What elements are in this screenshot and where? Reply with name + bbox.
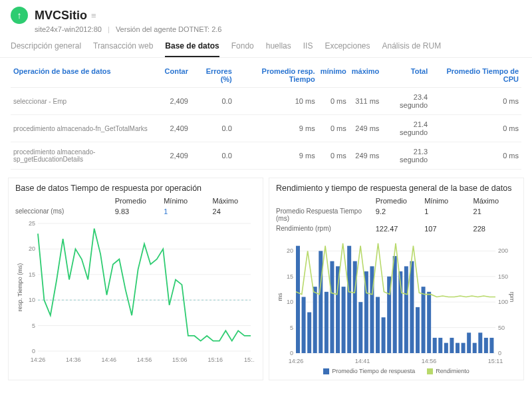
svg-rect-44 xyxy=(342,287,346,353)
svg-rect-64 xyxy=(456,343,460,353)
svg-text:5: 5 xyxy=(32,323,35,329)
svg-rect-57 xyxy=(416,307,420,353)
chart-title: Rendimiento y tiempo de respuesta genera… xyxy=(276,184,517,193)
svg-rect-42 xyxy=(330,261,334,353)
svg-rect-68 xyxy=(478,332,482,353)
svg-text:150: 150 xyxy=(498,273,508,280)
col-max[interactable]: máximo xyxy=(349,63,382,88)
chart-response-by-operation: Base de datos Tiempo de respuesta por op… xyxy=(8,178,263,380)
tab-base-de-datos[interactable]: Base de datos xyxy=(165,41,219,57)
svg-rect-36 xyxy=(296,246,300,353)
svg-text:10: 10 xyxy=(29,297,35,303)
tab-fondo[interactable]: Fondo xyxy=(231,41,254,57)
col-errors[interactable]: Errores (%) xyxy=(191,63,235,88)
svg-text:15: 15 xyxy=(29,271,35,278)
svg-rect-60 xyxy=(433,338,437,353)
svg-text:25: 25 xyxy=(29,220,35,227)
status-up-icon: ↑ xyxy=(11,7,28,24)
svg-text:0: 0 xyxy=(290,350,293,356)
svg-rect-62 xyxy=(444,343,448,353)
svg-rect-41 xyxy=(325,292,329,353)
col-total[interactable]: Total xyxy=(382,63,430,88)
svg-rect-55 xyxy=(404,266,408,353)
tab-transacción-web[interactable]: Transacción web xyxy=(93,41,153,57)
svg-text:14:36: 14:36 xyxy=(66,356,81,363)
subtitle: site24x7-win2012:80 | Versión del agente… xyxy=(35,25,521,33)
legend: Promedio Tiempo de respuesta Rendimiento xyxy=(276,368,517,374)
svg-rect-66 xyxy=(467,332,471,353)
hamburger-icon[interactable]: ≡ xyxy=(91,11,96,21)
svg-text:14:26: 14:26 xyxy=(31,356,46,363)
svg-text:resp. Tiempo (ms): resp. Tiempo (ms) xyxy=(17,263,23,312)
line-chart: 051015202514:2614:3614:4614:5615:0615:16… xyxy=(15,219,255,366)
svg-text:50: 50 xyxy=(498,325,505,331)
svg-text:14:56: 14:56 xyxy=(422,358,437,364)
chart-title: Base de datos Tiempo de respuesta por op… xyxy=(15,184,256,193)
svg-rect-50 xyxy=(376,297,380,354)
svg-text:14:41: 14:41 xyxy=(355,358,370,364)
col-count[interactable]: Contar xyxy=(162,63,191,88)
col-min[interactable]: mínimo xyxy=(318,63,349,88)
svg-rect-53 xyxy=(393,256,397,353)
svg-text:20: 20 xyxy=(287,247,293,254)
svg-text:14:56: 14:56 xyxy=(137,356,152,363)
tab-huellas[interactable]: huellas xyxy=(266,41,291,57)
svg-text:15:11: 15:11 xyxy=(488,358,503,364)
svg-rect-56 xyxy=(410,261,414,353)
svg-text:14:26: 14:26 xyxy=(289,358,304,364)
svg-rect-39 xyxy=(313,287,317,353)
svg-text:0: 0 xyxy=(32,348,35,354)
table-row[interactable]: procedimiento almacenado-fn_GetTotalMark… xyxy=(11,115,521,142)
svg-text:200: 200 xyxy=(498,247,508,254)
svg-text:10: 10 xyxy=(287,299,293,305)
svg-text:0: 0 xyxy=(498,350,501,356)
header: ↑ MVCSitio ≡ site24x7-win2012:80 | Versi… xyxy=(0,0,532,36)
tab-excepciones[interactable]: Excepciones xyxy=(325,41,370,57)
tabs: Descripción generalTransacción webBase d… xyxy=(0,36,532,58)
svg-rect-38 xyxy=(307,313,311,353)
agent-version-text: Versión del agente DOTNET: 2.6 xyxy=(116,25,222,33)
chart-throughput-response: Rendimiento y tiempo de respuesta genera… xyxy=(269,178,524,380)
svg-rect-51 xyxy=(382,317,386,353)
col-cpu[interactable]: Promedio Tiempo de CPU xyxy=(430,63,521,88)
svg-rect-69 xyxy=(484,338,488,353)
svg-rect-65 xyxy=(462,343,466,353)
svg-rect-45 xyxy=(347,246,351,353)
tab-descripción-general[interactable]: Descripción general xyxy=(11,41,81,57)
svg-text:15: 15 xyxy=(287,273,293,280)
svg-rect-40 xyxy=(319,251,323,353)
svg-rect-58 xyxy=(422,287,426,353)
host-text: site24x7-win2012:80 xyxy=(35,25,102,33)
svg-text:15:...: 15:... xyxy=(244,356,255,363)
svg-text:ms: ms xyxy=(277,293,283,301)
col-avg[interactable]: Promedio resp. Tiempo xyxy=(235,63,318,88)
svg-text:5: 5 xyxy=(290,325,293,331)
svg-text:20: 20 xyxy=(29,245,35,252)
svg-text:14:46: 14:46 xyxy=(101,356,116,363)
svg-text:rpm: rpm xyxy=(509,292,515,303)
svg-rect-70 xyxy=(489,338,493,353)
svg-text:15:06: 15:06 xyxy=(172,356,188,363)
svg-rect-47 xyxy=(358,302,362,353)
svg-rect-59 xyxy=(427,292,431,353)
page-title: MVCSitio xyxy=(35,9,87,23)
bar-line-chart: 0510152005010015020014:2614:4114:5615:11… xyxy=(276,237,515,366)
svg-text:100: 100 xyxy=(498,299,508,305)
table-row[interactable]: procedimiento almacenado-sp_getEducation… xyxy=(11,142,521,170)
tab-análisis-de-rum[interactable]: Análisis de RUM xyxy=(382,41,441,57)
table-row[interactable]: seleccionar - Emp2,4090.010 ms0 ms311 ms… xyxy=(11,88,521,115)
svg-rect-61 xyxy=(438,338,442,353)
col-operation[interactable]: Operación de base de datos xyxy=(11,63,162,88)
db-operations-table: Operación de base de datos Contar Errore… xyxy=(11,63,521,170)
svg-rect-63 xyxy=(450,338,454,353)
svg-text:15:16: 15:16 xyxy=(207,356,223,363)
svg-rect-37 xyxy=(302,297,306,354)
svg-rect-67 xyxy=(473,343,477,353)
tab-iis[interactable]: IIS xyxy=(303,41,313,57)
